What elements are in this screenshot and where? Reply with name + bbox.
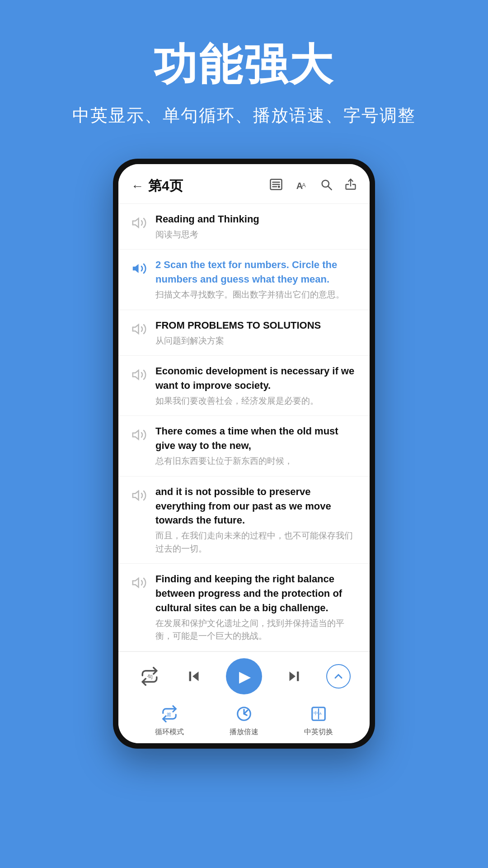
loop-mode-label: 循环模式 (155, 727, 184, 737)
header-icons: A A (269, 178, 357, 194)
item-english-text: and it is not possible to preserve every… (155, 485, 359, 528)
svg-rect-20 (297, 671, 299, 681)
svg-marker-14 (133, 491, 139, 500)
player-controls: 句 (127, 658, 361, 694)
item-chinese-text: 而且，在我们走向未来的过程中，也不可能保存我们过去的一切。 (155, 529, 359, 555)
tab-lang-switch[interactable]: 中 A 中英切换 (304, 705, 333, 737)
list-item[interactable]: Reading and Thinking阅读与思考 (118, 204, 370, 250)
list-item[interactable]: There comes a time when the old must giv… (118, 416, 370, 476)
svg-text:A: A (302, 182, 306, 189)
back-button[interactable]: ← (131, 179, 144, 193)
svg-line-8 (328, 186, 332, 190)
lang-switch-label: 中英切换 (304, 727, 333, 737)
svg-rect-18 (189, 671, 192, 681)
phone-screen: ← 第4页 A A (118, 164, 370, 743)
item-chinese-text: 在发展和保护文化遗址之间，找到并保持适当的平衡，可能是一个巨大的挑战。 (155, 617, 359, 643)
svg-point-4 (278, 186, 280, 188)
play-button[interactable] (226, 658, 262, 694)
svg-marker-15 (133, 578, 139, 587)
sound-button[interactable] (129, 213, 149, 233)
item-chinese-text: 如果我们要改善社会，经济发展是必要的。 (155, 395, 359, 408)
sound-button[interactable] (129, 425, 149, 445)
svg-marker-19 (290, 671, 296, 681)
item-english-text: FROM PROBLEMS TO SOLUTIONS (155, 318, 359, 333)
search-icon[interactable] (320, 178, 333, 194)
share-icon[interactable] (344, 178, 357, 194)
sound-button[interactable] (129, 259, 149, 278)
svg-text:A: A (319, 712, 322, 716)
svg-marker-10 (133, 264, 139, 273)
loop-mode-icon: 篇 (161, 705, 178, 726)
font-size-icon[interactable]: A A (295, 178, 308, 194)
svg-marker-12 (133, 370, 139, 379)
app-header: ← 第4页 A A (118, 164, 370, 204)
list-item[interactable]: Economic development is necessary if we … (118, 356, 370, 416)
sound-button[interactable] (129, 365, 149, 385)
loop-sentence-button[interactable]: 句 (137, 664, 162, 689)
svg-marker-17 (192, 671, 199, 681)
svg-marker-13 (133, 430, 139, 439)
list-item[interactable]: FROM PROBLEMS TO SOLUTIONS从问题到解决方案 (118, 310, 370, 356)
svg-text:句: 句 (147, 674, 153, 680)
list-item[interactable]: Finding and keeping the right balance be… (118, 564, 370, 651)
bottom-tabs: 篇 循环模式 播放倍速 (127, 702, 361, 739)
promo-area: 功能强大 中英显示、单句循环、播放语速、字号调整 (0, 0, 488, 150)
item-english-text: Finding and keeping the right balance be… (155, 572, 359, 615)
item-chinese-text: 从问题到解决方案 (155, 335, 359, 348)
prev-button[interactable] (182, 664, 206, 689)
svg-text:中: 中 (314, 711, 318, 716)
page-indicator: 第4页 (148, 177, 269, 195)
scroll-up-button[interactable] (326, 664, 351, 689)
svg-marker-9 (133, 218, 139, 227)
item-chinese-text: 阅读与思考 (155, 228, 359, 241)
promo-title: 功能强大 (154, 36, 334, 95)
speed-icon (235, 705, 253, 726)
lang-switch-icon: 中 A (310, 705, 327, 726)
item-english-text: Economic development is necessary if we … (155, 364, 359, 393)
sound-button[interactable] (129, 573, 149, 593)
next-button[interactable] (282, 664, 306, 689)
item-chinese-text: 扫描文本寻找数字。圈出数字并猜出它们的意思。 (155, 288, 359, 302)
tab-speed[interactable]: 播放倍速 (230, 705, 258, 737)
list-item[interactable]: 2 Scan the text for numbers. Circle the … (118, 250, 370, 310)
list-item[interactable]: and it is not possible to preserve every… (118, 476, 370, 564)
tab-loop-mode[interactable]: 篇 循环模式 (155, 705, 184, 737)
item-english-text: 2 Scan the text for numbers. Circle the … (155, 258, 359, 287)
content-list: Reading and Thinking阅读与思考 2 Scan the tex… (118, 204, 370, 651)
player-bar: 句 (118, 651, 370, 743)
item-english-text: There comes a time when the old must giv… (155, 424, 359, 453)
sound-button[interactable] (129, 486, 149, 505)
promo-subtitle: 中英显示、单句循环、播放语速、字号调整 (72, 104, 416, 127)
list-settings-icon[interactable] (269, 178, 283, 194)
svg-marker-11 (133, 325, 139, 334)
sound-button[interactable] (129, 319, 149, 339)
svg-text:篇: 篇 (166, 712, 171, 717)
phone-mockup: ← 第4页 A A (113, 159, 375, 749)
item-english-text: Reading and Thinking (155, 212, 359, 226)
item-chinese-text: 总有旧东西要让位于新东西的时候， (155, 455, 359, 468)
speed-label: 播放倍速 (230, 727, 258, 737)
